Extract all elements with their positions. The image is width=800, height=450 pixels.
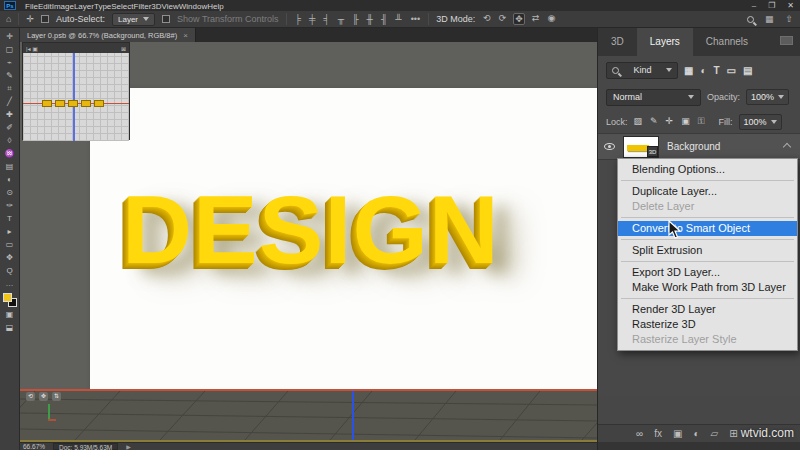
workspace-icon[interactable]: ▦ [764, 14, 775, 24]
context-menu-item[interactable] [619, 295, 796, 302]
quick-mask-icon[interactable]: ▣ [6, 308, 14, 321]
menu-item[interactable]: 3D [151, 2, 161, 11]
stamp-tool-icon[interactable]: ◊ [8, 134, 12, 147]
kind-filter-dropdown[interactable]: Kind [606, 62, 678, 79]
hand-tool-icon[interactable]: ✥ [6, 251, 13, 264]
align-icon[interactable]: ╞ [294, 14, 302, 24]
filter-shape-layers-icon[interactable]: ▭ [727, 65, 736, 76]
new-layer-icon[interactable]: ⊞ [729, 428, 737, 439]
lock-position-icon[interactable]: ✛ [666, 116, 674, 127]
dodge-tool-icon[interactable]: ⊙ [6, 186, 13, 199]
share-icon[interactable]: ⇧ [784, 14, 794, 24]
brush-tool-icon[interactable]: ✐ [6, 121, 13, 134]
3d-ground-plane[interactable] [20, 391, 597, 440]
show-transform-checkbox[interactable] [162, 15, 170, 23]
context-menu-item[interactable]: Delete Layer [618, 199, 797, 214]
menu-item[interactable]: Edit [38, 2, 52, 11]
zoom-tool-icon[interactable]: Q [6, 264, 12, 277]
align-icon[interactable]: ╥ [337, 14, 345, 24]
context-menu-item[interactable] [619, 214, 796, 221]
drag-3d-icon[interactable]: ✥ [513, 13, 525, 25]
panel-tab[interactable]: 3D [598, 28, 637, 56]
eyedropper-tool-icon[interactable]: ╱ [7, 95, 12, 108]
filter-type-layers-icon[interactable]: T [714, 65, 720, 76]
menu-item[interactable]: Image [52, 2, 74, 11]
context-menu-item[interactable]: Rasterize 3D [618, 317, 797, 332]
canvas-area[interactable]: DESIGN |◂ ▣ ⊠ [20, 42, 597, 450]
lock-pixels-icon[interactable]: ✎ [650, 116, 658, 127]
color-swatches[interactable] [2, 292, 18, 308]
align-icon[interactable]: ╨ [394, 14, 402, 24]
layer-row-background[interactable]: 3D Background [598, 133, 800, 160]
pen-tool-icon[interactable]: ✑ [6, 199, 13, 212]
context-menu-item[interactable] [619, 236, 796, 243]
3d-axis-widget[interactable] [42, 404, 56, 426]
filter-pixel-layers-icon[interactable]: ▦ [684, 65, 693, 76]
shape-tool-icon[interactable]: ▭ [6, 238, 14, 251]
context-menu-item[interactable]: Duplicate Layer... [618, 184, 797, 199]
zoom-3d-icon[interactable]: ◉ [546, 13, 556, 25]
panel-tab[interactable]: Channels [693, 28, 761, 56]
align-icon[interactable]: ╫ [366, 14, 374, 24]
restore-icon[interactable]: ❐ [768, 1, 775, 10]
close-icon[interactable]: ✕ [787, 1, 794, 10]
context-menu-item[interactable]: Export 3D Layer... [618, 265, 797, 280]
auto-select-checkbox[interactable] [41, 15, 49, 23]
menu-item[interactable]: Window [179, 2, 207, 11]
gradient-tool-icon[interactable]: ◐ [7, 173, 12, 186]
align-icon[interactable]: ╢ [380, 14, 388, 24]
home-icon[interactable]: ⌂ [6, 14, 11, 24]
history-brush-tool-icon[interactable]: ♒ [5, 147, 15, 160]
filter-adjustment-layers-icon[interactable]: ◐ [700, 65, 706, 76]
blend-mode-dropdown[interactable]: Normal [606, 89, 701, 106]
camera-nav-icon[interactable]: ✥ [39, 392, 48, 401]
fill-value[interactable]: 100% [739, 114, 782, 130]
camera-nav-icon[interactable]: ⇅ [52, 392, 61, 401]
menu-item[interactable]: Layer [74, 2, 94, 11]
document-tab[interactable]: Layer 0.psb @ 66.7% (Background, RGB/8#)… [20, 28, 196, 42]
slide-3d-icon[interactable]: ⇄ [531, 13, 541, 25]
align-icon[interactable]: ╡ [322, 14, 330, 24]
lasso-tool-icon[interactable]: ⌁ [7, 56, 12, 69]
layer-thumbnail[interactable]: 3D [623, 136, 659, 158]
context-menu-item[interactable]: Convert to Smart Object [618, 221, 797, 236]
secondary-view-icons[interactable]: |◂ ▣ [26, 45, 38, 52]
layer-group-icon[interactable]: ▱ [710, 428, 718, 439]
context-menu-item[interactable]: Rasterize Layer Style [618, 332, 797, 347]
lock-artboard-icon[interactable]: ▣ [681, 116, 690, 127]
camera-nav-icon[interactable]: ⟲ [26, 392, 35, 401]
auto-select-dropdown[interactable]: Layer [112, 13, 155, 26]
status-arrow-icon[interactable]: ▶ [126, 443, 131, 450]
lock-transparent-icon[interactable]: ▨ [634, 116, 643, 127]
document-canvas[interactable]: DESIGN [90, 88, 597, 390]
search-icon[interactable] [747, 16, 754, 23]
minimize-icon[interactable]: – [752, 1, 756, 10]
menu-item[interactable]: Filter [134, 2, 152, 11]
type-tool-icon[interactable]: T [7, 212, 12, 225]
context-menu-item[interactable] [619, 177, 796, 184]
eraser-tool-icon[interactable]: ▤ [6, 160, 14, 173]
collapse-panel-icon[interactable] [780, 36, 793, 45]
context-menu-item[interactable]: Make Work Path from 3D Layer [618, 280, 797, 295]
menu-item[interactable]: File [25, 2, 38, 11]
menu-item[interactable]: Help [207, 2, 223, 11]
layer-visibility-eye-icon[interactable] [604, 143, 615, 150]
design-3d-text[interactable]: DESIGN [122, 174, 500, 286]
crop-tool-icon[interactable]: ⌗ [7, 82, 12, 95]
menu-item[interactable]: Type [94, 2, 111, 11]
zoom-level[interactable]: 66.67% [23, 443, 45, 450]
chevron-up-icon[interactable] [783, 142, 791, 150]
menu-item[interactable]: View [162, 2, 179, 11]
close-tab-icon[interactable]: × [183, 31, 188, 40]
secondary-view[interactable]: |◂ ▣ ⊠ [22, 42, 130, 140]
opacity-value[interactable]: 100% [746, 89, 789, 105]
lock-all-icon[interactable]: ⚿ [698, 116, 705, 127]
marquee-tool-icon[interactable]: ▢ [6, 43, 14, 56]
link-layers-icon[interactable]: ∞ [636, 428, 643, 439]
adjustment-layer-icon[interactable]: ◐ [693, 428, 699, 439]
context-menu-item[interactable] [619, 258, 796, 265]
layer-effects-icon[interactable]: fx [654, 428, 662, 439]
context-menu-item[interactable]: Blending Options... [618, 162, 797, 177]
align-icon[interactable]: ╟ [351, 14, 359, 24]
context-menu-item[interactable]: Split Extrusion [618, 243, 797, 258]
